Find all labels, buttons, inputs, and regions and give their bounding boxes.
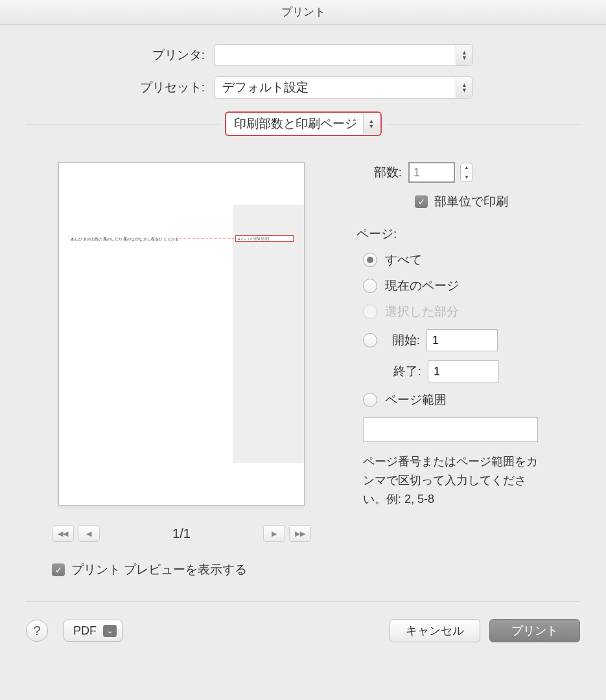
stepper-up-icon: ▲ (461, 163, 472, 172)
page-indicator: 1/1 (172, 526, 191, 541)
radio-page-range-label: ページ範囲 (385, 391, 447, 408)
radio-current-label: 現在のページ (385, 277, 459, 294)
preview-margin-area (233, 205, 304, 463)
copies-input[interactable] (408, 162, 455, 183)
pages-heading: ページ: (356, 226, 580, 242)
end-label: 終了: (385, 363, 421, 380)
radio-page-range[interactable] (363, 393, 377, 407)
radio-all-pages[interactable] (363, 253, 377, 267)
print-preview-page: あしびきの山鳥の尾のしだり尾のながながし夜をひとりかも コメントの追加 [設定]… (58, 162, 305, 506)
double-left-icon: ◀◀ (58, 530, 68, 538)
help-icon: ? (33, 624, 40, 638)
printer-select[interactable]: ▲▼ (214, 44, 473, 66)
settings-pane-select[interactable]: 印刷部数と印刷ページ ▲▼ (225, 111, 382, 136)
divider (26, 601, 580, 602)
show-preview-label: プリント プレビューを表示する (71, 561, 247, 578)
page-range-input[interactable] (363, 417, 538, 442)
double-right-icon: ▶▶ (295, 530, 305, 538)
chevron-updown-icon: ▲▼ (456, 77, 472, 98)
cancel-label: キャンセル (406, 623, 464, 638)
radio-from-to[interactable] (363, 333, 377, 347)
divider (387, 124, 581, 124)
chevron-down-icon: ⌄ (103, 625, 117, 637)
radio-selection (363, 305, 377, 319)
help-button[interactable]: ? (26, 620, 48, 642)
dialog-title: プリント (0, 0, 606, 25)
printer-label: プリンタ: (26, 47, 214, 64)
preset-label: プリセット: (26, 79, 214, 96)
divider (26, 124, 220, 124)
show-preview-checkbox[interactable]: ✓ (52, 563, 65, 576)
collate-label: 部単位で印刷 (434, 193, 508, 210)
right-icon: ▶ (272, 530, 277, 538)
preset-value: デフォルト設定 (222, 79, 309, 96)
stepper-down-icon: ▼ (461, 172, 472, 181)
last-page-button[interactable]: ▶▶ (289, 525, 311, 542)
radio-selection-label: 選択した部分 (385, 303, 459, 320)
chevron-updown-icon: ▲▼ (363, 113, 380, 134)
radio-current-page[interactable] (363, 279, 377, 293)
cancel-button[interactable]: キャンセル (390, 619, 480, 642)
copies-stepper[interactable]: ▲ ▼ (460, 163, 473, 182)
end-page-input[interactable] (428, 360, 499, 382)
chevron-updown-icon: ▲▼ (456, 45, 472, 65)
start-label: 開始: (384, 332, 420, 349)
pdf-menu-button[interactable]: PDF ⌄ (64, 620, 122, 642)
preview-body-text: あしびきの山鳥の尾のしだり尾のながながし夜をひとりかも (71, 237, 179, 242)
pane-value: 印刷部数と印刷ページ (234, 115, 357, 132)
left-icon: ◀ (86, 530, 91, 538)
next-page-button[interactable]: ▶ (263, 525, 285, 542)
first-page-button[interactable]: ◀◀ (52, 525, 74, 542)
copies-label: 部数: (356, 164, 408, 181)
preset-select[interactable]: デフォルト設定 ▲▼ (214, 76, 473, 99)
check-icon: ✓ (418, 197, 425, 207)
pdf-label: PDF (73, 624, 97, 638)
prev-page-button[interactable]: ◀ (78, 525, 100, 542)
check-icon: ✓ (55, 565, 62, 575)
start-page-input[interactable] (426, 329, 498, 351)
radio-all-label: すべて (385, 251, 422, 268)
print-button[interactable]: プリント (489, 619, 580, 642)
page-range-hint: ページ番号またはページ範囲をカンマで区切って入力してください。例: 2, 5-8 (356, 452, 544, 508)
collate-checkbox[interactable]: ✓ (415, 195, 428, 208)
preview-comment-box: コメントの追加 [設定]: (235, 235, 294, 242)
preview-comment-connector (176, 239, 234, 239)
print-label: プリント (511, 623, 558, 638)
